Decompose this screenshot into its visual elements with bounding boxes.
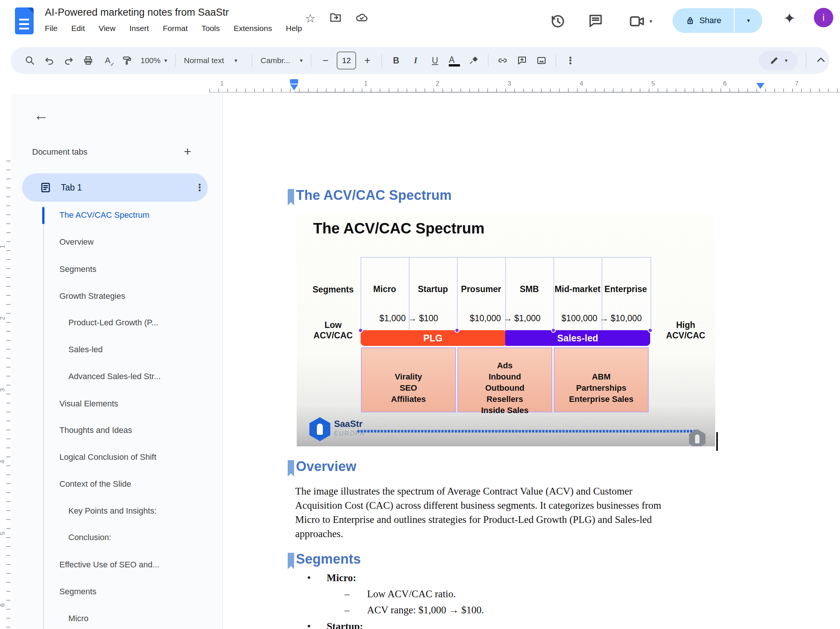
- tab-1-label: Tab 1: [61, 183, 82, 193]
- tab-1-item[interactable]: Tab 1 ⋮: [22, 173, 208, 202]
- meet-caret-icon[interactable]: ▾: [649, 18, 652, 25]
- menu-view[interactable]: View: [99, 24, 115, 33]
- outline-item[interactable]: Overview: [59, 233, 94, 251]
- paint-format-button[interactable]: [119, 52, 135, 69]
- sales-strategies-box: ABMPartnershipsEnterprise Sales: [554, 347, 649, 412]
- tab-options-icon[interactable]: ⋮: [195, 182, 204, 194]
- font-size-decrease-button[interactable]: −: [317, 52, 334, 69]
- outline-item[interactable]: Segments: [59, 260, 96, 279]
- cloud-saved-icon[interactable]: [355, 11, 368, 25]
- close-sidebar-back-icon[interactable]: ←: [34, 107, 49, 124]
- outline-item[interactable]: Visual Elements: [59, 394, 118, 413]
- menu-insert[interactable]: Insert: [129, 24, 149, 33]
- doc-heading-spectrum[interactable]: The ACV/CAC Spectrum: [296, 188, 452, 203]
- outline-item[interactable]: Product-Led Growth (P...: [68, 314, 158, 332]
- outline-item[interactable]: Advanced Sales-led Str...: [68, 367, 161, 386]
- outline-item[interactable]: Logical Conclusion of Shift: [59, 448, 156, 467]
- plg-bar: PLG: [361, 330, 505, 346]
- outline-item[interactable]: The ACV/CAC Spectrum: [59, 206, 150, 224]
- bullet-startup[interactable]: • Startup:: [307, 621, 363, 629]
- google-docs-logo[interactable]: [15, 8, 34, 35]
- sales-led-bar: Sales-led: [505, 330, 650, 346]
- bookmark-icon[interactable]: [288, 460, 294, 477]
- bookmark-icon[interactable]: [288, 553, 294, 569]
- add-tab-button[interactable]: +: [184, 144, 191, 159]
- gemini-sparkle-icon[interactable]: ✦: [783, 10, 796, 27]
- styles-select[interactable]: Normal text▾: [182, 56, 246, 65]
- figure-acv-range: $10,000 → $1,000: [470, 314, 540, 323]
- account-avatar[interactable]: i: [814, 8, 833, 27]
- acv-cac-spectrum-image[interactable]: The ACV/CAC Spectrum Segments Micro Star…: [297, 214, 715, 446]
- sub-bullet[interactable]: – Low ACV/CAC ratio.: [344, 588, 456, 600]
- bold-button[interactable]: B: [388, 52, 404, 69]
- first-line-indent-marker[interactable]: [290, 79, 298, 84]
- outline-item[interactable]: Context of the Slide: [59, 475, 131, 493]
- horizontal-ruler[interactable]: 1 1 2 3 4 5 6 7: [209, 79, 840, 93]
- outline-item[interactable]: Key Points and Insights:: [68, 501, 156, 520]
- share-dropdown[interactable]: ▾: [735, 8, 762, 33]
- doc-heading-segments[interactable]: Segments: [296, 551, 361, 567]
- highlight-color-button[interactable]: [466, 52, 482, 69]
- font-size-increase-button[interactable]: +: [359, 52, 376, 69]
- outline-item[interactable]: Conclusion:: [68, 528, 111, 547]
- outline-item[interactable]: Micro: [68, 609, 88, 628]
- undo-button[interactable]: [41, 52, 58, 69]
- sub-bullet[interactable]: – ACV range: $1,000 → $100.: [344, 604, 484, 616]
- document-tabs-title: Document tabs: [32, 147, 87, 157]
- figure-column: Mid-market: [553, 284, 602, 294]
- outline-item[interactable]: Sales-led: [68, 340, 103, 359]
- menu-extensions[interactable]: Extensions: [234, 24, 272, 33]
- bookmark-icon[interactable]: [288, 189, 294, 205]
- print-button[interactable]: [80, 52, 96, 69]
- text-color-button[interactable]: A: [446, 52, 463, 69]
- outline-item[interactable]: Effective Use of SEO and...: [59, 555, 159, 574]
- search-menus-button[interactable]: [22, 52, 38, 69]
- version-history-button[interactable]: [549, 13, 566, 29]
- more-options-button[interactable]: ⋮: [562, 52, 578, 69]
- figure-row-label: Segments: [312, 284, 355, 295]
- move-folder-icon[interactable]: [329, 11, 342, 25]
- text-cursor: [716, 432, 718, 451]
- doc-heading-overview[interactable]: Overview: [296, 459, 357, 475]
- figure-column: SMB: [505, 284, 553, 294]
- italic-button[interactable]: I: [407, 52, 424, 69]
- mid-strategies-box: AdsInboundOutboundResellersInside Sales: [457, 347, 552, 412]
- underline-button[interactable]: U: [427, 52, 443, 69]
- left-indent-marker[interactable]: [290, 84, 298, 90]
- editing-mode-button[interactable]: ▾: [759, 51, 798, 70]
- hide-menus-button[interactable]: [815, 54, 827, 68]
- lock-icon: [685, 16, 695, 25]
- zoom-select[interactable]: 100%▾: [138, 56, 169, 65]
- star-icon[interactable]: ☆: [305, 11, 316, 25]
- figure-acv-range: $1,000 → $100: [379, 314, 438, 323]
- outline-item[interactable]: Growth Strategies: [59, 287, 125, 306]
- overview-paragraph[interactable]: The image illustrates the spectrum of Av…: [295, 484, 757, 541]
- figure-column: Startup: [409, 284, 457, 294]
- menu-help[interactable]: Help: [286, 24, 302, 33]
- zoom-caret-icon: ▾: [164, 57, 167, 64]
- meet-video-button[interactable]: ▾: [628, 13, 652, 30]
- outline-item[interactable]: Segments: [59, 582, 96, 601]
- redo-button[interactable]: [60, 52, 77, 69]
- spellcheck-button[interactable]: A✓: [99, 52, 116, 69]
- document-title[interactable]: AI-Powered marketing notes from SaaStr: [45, 7, 229, 18]
- comment-history-button[interactable]: [587, 13, 604, 29]
- vertical-ruler[interactable]: 1 2 3 4 5 6: [0, 94, 12, 629]
- right-indent-marker[interactable]: [756, 83, 764, 89]
- font-size-input[interactable]: 12: [337, 52, 356, 69]
- share-button[interactable]: Share ▾: [673, 8, 762, 33]
- document-page[interactable]: The ACV/CAC Spectrum The ACV/CAC Spectru…: [223, 94, 840, 629]
- figure-low-label: LowACV/CAC: [312, 320, 355, 341]
- menu-edit[interactable]: Edit: [71, 24, 85, 33]
- font-select[interactable]: Cambr...▾: [258, 56, 305, 65]
- add-comment-button[interactable]: [514, 52, 530, 69]
- menu-tools[interactable]: Tools: [201, 24, 220, 33]
- menu-format[interactable]: Format: [163, 24, 188, 33]
- insert-image-button[interactable]: [533, 52, 549, 69]
- bullet-micro[interactable]: • Micro:: [307, 572, 356, 584]
- styles-caret-icon: ▾: [235, 57, 238, 64]
- figure-column: Micro: [361, 284, 409, 294]
- insert-link-button[interactable]: [494, 52, 511, 69]
- outline-item[interactable]: Thoughts and Ideas: [59, 421, 132, 440]
- menu-file[interactable]: File: [45, 24, 58, 33]
